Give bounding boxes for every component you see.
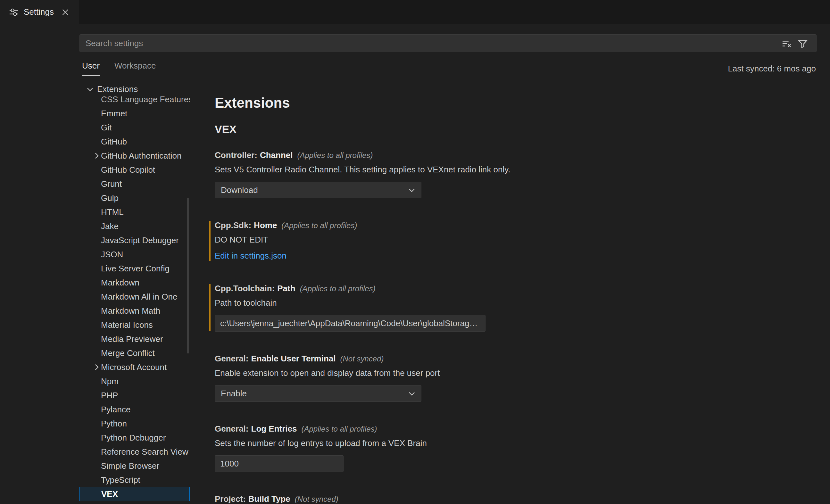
- tab-title: Settings: [24, 7, 60, 17]
- settings-tree: CSS Language Features Emmet Git GitHub G…: [79, 82, 190, 504]
- chevron-down-icon: [408, 389, 416, 398]
- setting-controller-channel: Controller:Channel(Applies to all profil…: [209, 149, 830, 198]
- sidebar-item-html[interactable]: HTML: [79, 205, 190, 219]
- setting-general-enable-user-terminal: General:Enable User Terminal(Not synced)…: [209, 352, 830, 402]
- setting-scope: (Not synced): [340, 354, 384, 363]
- sidebar-scrollbar[interactable]: [187, 198, 189, 353]
- sidebar-item-php[interactable]: PHP: [79, 388, 190, 403]
- sidebar-item-grunt[interactable]: Grunt: [79, 177, 190, 191]
- sidebar-item-typescript[interactable]: TypeScript: [79, 473, 190, 487]
- setting-scope: (Applies to all profiles): [297, 151, 373, 160]
- sidebar-item-python-debugger[interactable]: Python Debugger: [79, 431, 190, 445]
- setting-description: DO NOT EDIT: [215, 234, 830, 246]
- setting-scope: (Applies to all profiles): [300, 284, 376, 293]
- sidebar-item-microsoft-account[interactable]: Microsoft Account: [79, 360, 190, 374]
- enable-user-terminal-dropdown[interactable]: Enable: [215, 385, 421, 402]
- sidebar-item-merge-conflict[interactable]: Merge Conflict: [79, 346, 190, 360]
- setting-scope: (Applies to all profiles): [301, 424, 377, 433]
- scope-tabs: User Workspace: [82, 61, 156, 75]
- sidebar-item-javascript-debugger[interactable]: JavaScript Debugger: [79, 233, 190, 247]
- setting-label: Project:Build Type(Not synced): [215, 493, 830, 504]
- sidebar-item-github-copilot[interactable]: GitHub Copilot: [79, 163, 190, 177]
- settings-sliders-icon: [9, 7, 19, 17]
- setting-description: Sets V5 Controller Radio Channel. This s…: [215, 164, 830, 175]
- sidebar-item-github[interactable]: GitHub: [79, 134, 190, 149]
- extensions-heading: Extensions: [209, 95, 830, 111]
- last-synced-label: Last synced: 6 mos ago: [728, 64, 816, 74]
- sidebar-item-python[interactable]: Python: [79, 416, 190, 431]
- setting-description: Sets the number of log entrys to upload …: [215, 437, 830, 449]
- sidebar-item-markdown-all-in-one[interactable]: Markdown All in One: [79, 290, 190, 304]
- tab-workspace[interactable]: Workspace: [115, 61, 156, 75]
- setting-label: Cpp.Sdk:Home(Applies to all profiles): [215, 219, 830, 232]
- sidebar-item-markdown[interactable]: Markdown: [79, 276, 190, 290]
- chevron-right-icon: [92, 152, 101, 160]
- sidebar-item-material-icons[interactable]: Material Icons: [79, 318, 190, 332]
- setting-project-build-type: Project:Build Type(Not synced): [209, 493, 830, 504]
- sidebar-item-git[interactable]: Git: [79, 121, 190, 134]
- setting-category: Cpp.Toolchain:: [215, 284, 275, 293]
- sidebar-item-npm[interactable]: Npm: [79, 374, 190, 388]
- sidebar-item-live-server-config[interactable]: Live Server Config: [79, 261, 190, 276]
- setting-cpp-sdk-home: Cpp.Sdk:Home(Applies to all profiles) DO…: [209, 219, 830, 261]
- sidebar-item-markdown-math[interactable]: Markdown Math: [79, 304, 190, 318]
- setting-name: Path: [277, 284, 295, 293]
- dropdown-value: Download: [221, 185, 258, 195]
- chevron-down-icon: [86, 85, 94, 93]
- sidebar-item-pylance[interactable]: Pylance: [79, 403, 190, 416]
- sidebar-item-media-previewer[interactable]: Media Previewer: [79, 332, 190, 346]
- sidebar-item-simple-browser[interactable]: Simple Browser: [79, 459, 190, 473]
- search-actions: [781, 38, 808, 49]
- setting-label: General:Enable User Terminal(Not synced): [215, 352, 830, 365]
- controller-channel-dropdown[interactable]: Download: [215, 182, 421, 198]
- setting-label: Cpp.Toolchain:Path(Applies to all profil…: [215, 282, 830, 295]
- tab-user[interactable]: User: [82, 61, 100, 75]
- setting-category: Cpp.Sdk:: [215, 220, 251, 230]
- sidebar-item-emmet[interactable]: Emmet: [79, 106, 190, 121]
- setting-description: Path to toolchain: [215, 297, 830, 309]
- close-icon[interactable]: [60, 6, 71, 18]
- edit-in-settings-json-link[interactable]: Edit in settings.json: [215, 250, 287, 261]
- toolchain-path-input[interactable]: [215, 315, 485, 332]
- setting-scope: (Applies to all profiles): [281, 221, 357, 230]
- search-input[interactable]: [79, 34, 817, 52]
- sidebar-item-json[interactable]: JSON: [79, 247, 190, 261]
- setting-cpp-toolchain-path: Cpp.Toolchain:Path(Applies to all profil…: [209, 282, 830, 332]
- setting-name: Enable User Terminal: [251, 354, 336, 363]
- log-entries-input[interactable]: [215, 455, 344, 472]
- vex-section-title: VEX: [209, 123, 826, 140]
- setting-category: General:: [215, 424, 249, 434]
- setting-name: Log Entries: [251, 424, 297, 434]
- setting-category: Controller:: [215, 150, 257, 160]
- setting-label: General:Log Entries(Applies to all profi…: [215, 422, 830, 435]
- setting-name: Channel: [260, 150, 293, 160]
- chevron-right-icon: [92, 363, 101, 371]
- sidebar-item-jake[interactable]: Jake: [79, 219, 190, 233]
- tab-bar: Settings: [0, 0, 830, 24]
- setting-label: Controller:Channel(Applies to all profil…: [215, 149, 830, 162]
- sidebar-item-reference-search-view[interactable]: Reference Search View: [79, 445, 190, 459]
- setting-category: Project:: [215, 494, 246, 504]
- sidebar-item-gulp[interactable]: Gulp: [79, 191, 190, 205]
- sidebar-item-vex[interactable]: VEX: [79, 487, 190, 501]
- settings-body: Extensions VEX Controller:Channel(Applie…: [209, 91, 830, 504]
- settings-list: Controller:Channel(Applies to all profil…: [209, 149, 830, 504]
- chevron-down-icon: [408, 186, 416, 194]
- setting-category: General:: [215, 354, 249, 363]
- setting-name: Home: [254, 220, 277, 230]
- settings-tree-list: CSS Language Features Emmet Git GitHub G…: [79, 92, 190, 501]
- tree-root-extensions[interactable]: Extensions: [79, 82, 190, 96]
- setting-name: Build Type: [248, 494, 290, 504]
- dropdown-value: Enable: [221, 389, 247, 399]
- setting-general-log-entries: General:Log Entries(Applies to all profi…: [209, 422, 830, 472]
- sidebar-item-github-authentication[interactable]: GitHub Authentication: [79, 149, 190, 163]
- clear-search-filters-icon[interactable]: [781, 38, 792, 49]
- setting-description: Enable extension to open and display dat…: [215, 367, 830, 379]
- setting-scope: (Not synced): [295, 495, 339, 503]
- settings-tab[interactable]: Settings: [0, 0, 78, 24]
- filter-icon[interactable]: [797, 38, 808, 49]
